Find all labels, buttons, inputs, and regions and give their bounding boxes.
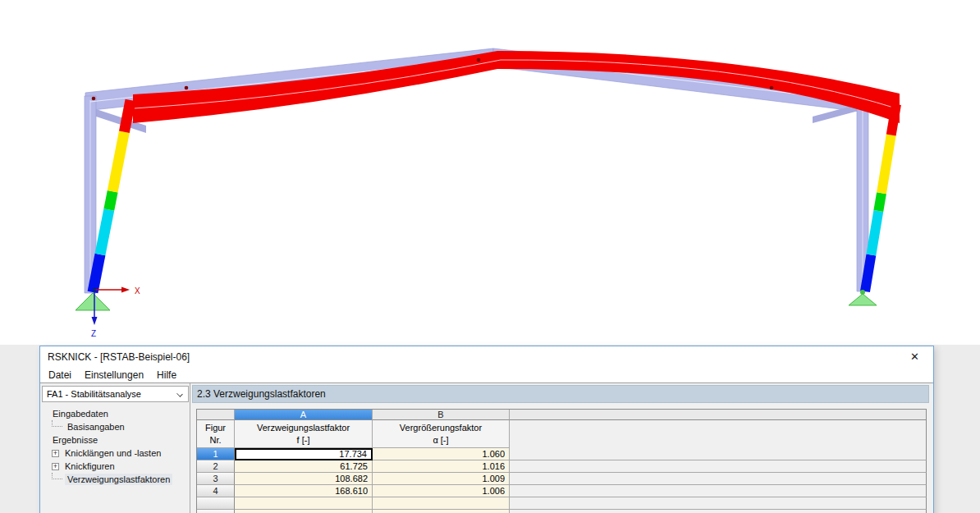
left-support-icon — [76, 293, 110, 310]
load-case-selector[interactable]: FA1 - Stabilitätsanalyse — [42, 386, 189, 402]
model-viewer[interactable]: X Z — [0, 0, 980, 345]
tree-item-eingabedaten[interactable]: Eingabedaten — [40, 407, 190, 420]
column-a-header: Verzweigungslastfaktor f [-] — [235, 420, 373, 448]
cell-alpha[interactable] — [373, 510, 510, 513]
expand-plus-icon[interactable]: + — [52, 463, 59, 470]
chevron-down-icon — [176, 391, 183, 397]
left-column-mode-green-segment — [103, 190, 117, 211]
coordinate-axes-icon: X Z — [91, 286, 140, 338]
table-row: 1 17.734 1.060 — [197, 448, 927, 460]
cell-f[interactable]: 61.725 — [235, 460, 373, 473]
cell-alpha[interactable]: 1.006 — [373, 485, 510, 497]
menu-bar: Datei Einstellungen Hilfe — [40, 368, 933, 383]
x-axis-label: X — [135, 286, 140, 295]
row-header[interactable] — [197, 497, 235, 510]
cell-alpha[interactable]: 1.060 — [373, 448, 510, 460]
column-b-letter[interactable]: B — [373, 410, 510, 420]
filler-letter-cell — [510, 410, 927, 420]
menu-datei[interactable]: Datei — [42, 369, 78, 381]
cell-f[interactable] — [235, 497, 373, 510]
table-row-empty — [197, 510, 927, 513]
filler-cell — [510, 448, 927, 460]
tree-item-knickfiguren[interactable]: + Knickfiguren — [40, 460, 190, 473]
corner-letter-cell — [197, 410, 235, 420]
expand-plus-icon[interactable]: + — [52, 450, 59, 457]
cell-f-selected[interactable]: 17.734 — [235, 448, 373, 460]
menu-hilfe[interactable]: Hilfe — [150, 369, 183, 381]
deformed-rafter — [133, 51, 900, 123]
column-letter-row: A B — [197, 410, 927, 420]
table-row-empty — [197, 497, 927, 510]
rsknick-window: RSKNICK - [RSTAB-Beispiel-06] ✕ Datei Ei… — [39, 346, 934, 513]
cell-f[interactable]: 108.682 — [235, 473, 373, 485]
results-panel: 2.3 Verzweigungslastfaktoren A B Figur N… — [190, 383, 933, 513]
column-header-row: Figur Nr. Verzweigungslastfaktor f [-] V… — [197, 420, 927, 448]
navigator-panel: FA1 - Stabilitätsanalyse Eingabedaten Ba… — [40, 383, 190, 513]
title-bar[interactable]: RSKNICK - [RSTAB-Beispiel-06] ✕ — [40, 346, 933, 368]
table-row: 2 61.725 1.016 — [197, 460, 927, 473]
corner-header: Figur Nr. — [197, 420, 235, 448]
right-column-mode-green-segment — [873, 192, 886, 212]
tree-item-knicklaengen[interactable]: + Knicklängen und -lasten — [40, 447, 190, 460]
row-header[interactable]: 1 — [197, 448, 235, 460]
column-centerlines — [90, 100, 863, 289]
tree-item-ergebnisse[interactable]: Ergebnisse — [40, 433, 190, 447]
tree-connector — [52, 420, 62, 427]
row-header[interactable]: 4 — [197, 485, 235, 497]
right-support-icon — [849, 294, 877, 305]
navigator-tree: Eingabedaten Basisangaben Ergebnisse + K… — [40, 407, 190, 486]
table-row: 4 168.610 1.006 — [197, 485, 927, 497]
filler-cell — [510, 497, 927, 510]
cell-f[interactable]: 168.610 — [235, 485, 373, 497]
filler-cell — [510, 510, 927, 513]
filler-cell — [510, 460, 927, 473]
right-column-mode-yellow-segment — [877, 135, 896, 195]
tree-item-verzweigungslastfaktoren[interactable]: Verzweigungslastfaktoren — [40, 473, 190, 486]
row-header[interactable]: 2 — [197, 460, 235, 473]
column-b-header: Vergrößerungsfaktor α [-] — [373, 420, 510, 448]
cell-alpha[interactable]: 1.009 — [373, 473, 510, 485]
table-row: 3 108.682 1.009 — [197, 473, 927, 485]
cell-alpha[interactable] — [373, 497, 510, 510]
cell-alpha[interactable]: 1.016 — [373, 460, 510, 473]
z-axis-label: Z — [91, 329, 96, 338]
left-column-mode-yellow-segment — [108, 131, 130, 192]
cell-f[interactable] — [235, 510, 373, 513]
close-button[interactable]: ✕ — [896, 346, 933, 368]
window-title: RSKNICK - [RSTAB-Beispiel-06] — [48, 351, 190, 363]
results-table: A B Figur Nr. Verzweigungslastfaktor f [… — [196, 409, 927, 513]
tree-connector — [52, 473, 62, 479]
left-column-mode-cyan-segment — [95, 208, 115, 255]
column-a-letter[interactable]: A — [235, 410, 373, 420]
tree-item-basisangaben[interactable]: Basisangaben — [40, 420, 190, 433]
filler-cell — [510, 473, 927, 485]
menu-einstellungen[interactable]: Einstellungen — [78, 369, 150, 381]
frame-mode-shape-graphic: X Z — [0, 0, 980, 345]
row-header[interactable] — [197, 510, 235, 513]
load-case-value: FA1 - Stabilitätsanalyse — [47, 389, 141, 399]
filler-header-cell — [510, 420, 927, 448]
section-title: 2.3 Verzweigungslastfaktoren — [192, 385, 929, 403]
filler-cell — [510, 485, 927, 497]
row-header[interactable]: 3 — [197, 473, 235, 485]
right-column-mode-cyan-segment — [867, 210, 884, 256]
